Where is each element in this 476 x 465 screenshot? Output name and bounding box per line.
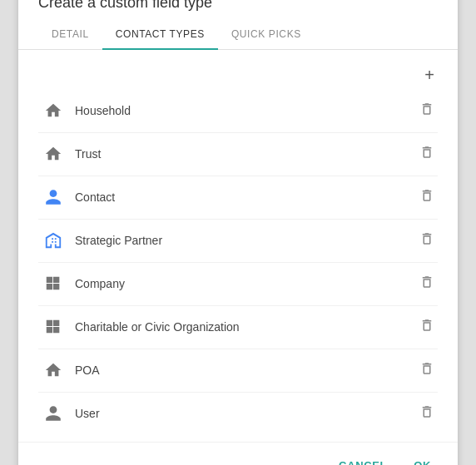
item-label: Company [68,277,416,290]
list-item: Charitable or Civic Organization [38,306,438,349]
delete-button[interactable] [416,141,438,167]
item-label: Strategic Partner [68,234,416,247]
add-row: + [38,57,438,90]
dialog-title: Create a custom field type [18,0,458,20]
delete-button[interactable] [416,185,438,210]
dialog-footer: CANCEL OK [18,442,458,466]
content-area: + Household Trust Contact Strategic Part… [18,50,458,442]
house-icon [38,101,68,120]
grid-icon [38,318,68,336]
ok-button[interactable]: OK [407,454,438,466]
tab-quick-picks[interactable]: QUICK PICKS [218,20,315,50]
item-label: POA [68,364,416,377]
list-item: Household [38,90,438,133]
person-icon [38,188,68,206]
list-item: User [38,393,438,435]
list-item: Strategic Partner [38,220,438,263]
delete-button[interactable] [416,98,438,124]
delete-button[interactable] [416,228,438,254]
delete-button[interactable] [416,401,438,427]
item-label: Charitable or Civic Organization [68,320,416,334]
list-item: Trust [38,133,438,176]
house-icon [38,361,68,379]
cancel-button[interactable]: CANCEL [332,454,394,466]
item-label: User [68,407,416,420]
item-label: Contact [68,190,416,204]
tab-detail[interactable]: DETAIL [38,20,102,50]
list-item: Contact [38,176,438,220]
user-icon [38,404,68,423]
delete-button[interactable] [416,358,438,383]
contact-types-list: Household Trust Contact Strategic Partne… [38,90,438,435]
item-label: Household [68,104,416,117]
item-label: Trust [68,147,416,161]
house-icon [38,145,68,163]
grid-icon [38,275,68,293]
delete-button[interactable] [416,314,438,340]
dialog: Create a custom field type DETAIL CONTAC… [17,0,459,465]
grid-blue-icon [38,231,68,250]
tab-contact-types[interactable]: CONTACT TYPES [102,20,218,50]
delete-button[interactable] [416,271,438,297]
list-item: Company [38,263,438,306]
tabs: DETAIL CONTACT TYPES QUICK PICKS [18,20,458,50]
list-item: POA [38,349,438,393]
add-button[interactable]: + [421,63,438,87]
